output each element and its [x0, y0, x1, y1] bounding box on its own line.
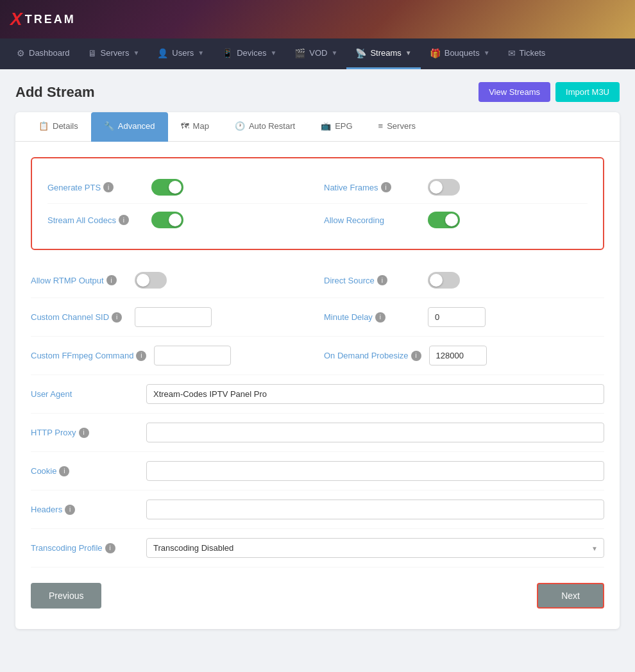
user-agent-input[interactable]: [146, 384, 604, 404]
custom-ffmpeg-group: Custom FFmpeg Command i: [31, 346, 311, 365]
logo-tream: TREAM: [25, 13, 76, 26]
headers-label: Headers i: [31, 505, 127, 515]
headers-row: Headers i: [31, 491, 604, 529]
top-banner: X TREAM: [0, 0, 635, 38]
minute-delay-group: Minute Delay i: [324, 307, 604, 327]
stream-all-codecs-label: Stream All Codecs i: [47, 215, 144, 225]
custom-ffmpeg-info-icon[interactable]: i: [136, 351, 146, 361]
minute-delay-input[interactable]: [428, 307, 486, 327]
user-agent-row: User Agent: [31, 375, 604, 414]
tab-map[interactable]: 🗺 Map: [168, 112, 222, 142]
tab-advanced[interactable]: 🔧 Advanced: [91, 112, 168, 142]
tab-bar: 📋 Details 🔧 Advanced 🗺 Map 🕐 Auto Restar…: [15, 112, 620, 142]
minute-delay-info-icon[interactable]: i: [375, 312, 385, 323]
details-tab-icon: 📋: [38, 121, 49, 131]
rtmp-direct-row: Allow RTMP Output i Direct Source i: [31, 263, 604, 298]
channel-sid-row: Custom Channel SID i Minute Delay i: [31, 298, 604, 337]
cookie-input[interactable]: [146, 461, 604, 481]
page-header: Add Stream View Streams Import M3U: [15, 82, 620, 102]
allow-rtmp-toggle[interactable]: [135, 272, 167, 289]
direct-source-slider: [428, 272, 460, 289]
native-frames-label: Native Frames i: [324, 182, 420, 192]
epg-tab-icon: 📺: [321, 121, 331, 131]
nav-vod[interactable]: 🎬 VOD ▼: [285, 38, 346, 69]
allow-rtmp-label: Allow RTMP Output i: [31, 275, 127, 285]
nav-dashboard[interactable]: ⚙ Dashboard: [8, 38, 79, 69]
footer-buttons: Previous Next: [31, 567, 604, 614]
http-proxy-label-group: HTTP Proxy i: [31, 428, 133, 438]
allow-recording-label: Allow Recording: [324, 215, 420, 225]
custom-channel-sid-label: Custom Channel SID i: [31, 312, 127, 323]
page-title: Add Stream: [15, 84, 94, 101]
tab-servers[interactable]: ≡ Servers: [366, 112, 428, 142]
devices-icon: 📱: [222, 48, 233, 58]
native-frames-info-icon[interactable]: i: [381, 182, 391, 192]
custom-ffmpeg-label: Custom FFmpeg Command i: [31, 351, 146, 361]
servers-tab-icon: ≡: [378, 121, 384, 131]
native-frames-slider: [428, 179, 460, 196]
direct-source-toggle[interactable]: [428, 272, 460, 289]
http-proxy-info-icon[interactable]: i: [79, 428, 89, 438]
allow-rtmp-info-icon[interactable]: i: [106, 275, 117, 285]
tab-epg[interactable]: 📺 EPG: [308, 112, 365, 142]
custom-channel-sid-info-icon[interactable]: i: [112, 312, 122, 323]
http-proxy-input[interactable]: [146, 423, 604, 442]
transcoding-profile-row: Transcoding Profile i Transcoding Disabl…: [31, 529, 604, 567]
allow-recording-group: Allow Recording: [324, 212, 588, 228]
transcoding-profile-info-icon[interactable]: i: [105, 543, 115, 553]
view-streams-button[interactable]: View Streams: [478, 82, 550, 102]
generate-pts-row: Generate PTS i Native Frames i: [47, 171, 588, 203]
on-demand-probesize-info-icon[interactable]: i: [411, 351, 421, 361]
custom-channel-sid-input[interactable]: [135, 307, 212, 327]
generate-pts-toggle[interactable]: [151, 179, 183, 196]
headers-info-icon[interactable]: i: [65, 505, 75, 515]
import-m3u-button[interactable]: Import M3U: [555, 82, 620, 102]
headers-input[interactable]: [146, 500, 604, 519]
nav-streams[interactable]: 📡 Streams ▼: [346, 38, 420, 69]
nav-tickets[interactable]: ✉ Tickets: [499, 38, 555, 69]
nav-devices[interactable]: 📱 Devices ▼: [213, 38, 285, 69]
stream-all-codecs-slider: [151, 212, 183, 228]
ffmpeg-probesize-row: Custom FFmpeg Command i On Demand Probes…: [31, 337, 604, 375]
header-buttons: View Streams Import M3U: [478, 82, 620, 102]
users-arrow-icon: ▼: [198, 49, 204, 56]
direct-source-info-icon[interactable]: i: [377, 275, 387, 285]
previous-button[interactable]: Previous: [31, 583, 101, 609]
allow-recording-toggle[interactable]: [428, 212, 460, 228]
transcoding-profile-select-wrap: Transcoding Disabled: [146, 538, 604, 558]
vod-icon: 🎬: [294, 48, 305, 58]
auto-restart-tab-icon: 🕐: [235, 121, 245, 131]
cookie-info-icon[interactable]: i: [59, 466, 69, 476]
tab-details[interactable]: 📋 Details: [26, 112, 91, 142]
generate-pts-info-icon[interactable]: i: [103, 182, 114, 192]
transcoding-profile-select[interactable]: Transcoding Disabled: [146, 538, 604, 558]
form-content: Generate PTS i Native Frames i: [15, 142, 620, 629]
http-proxy-label: HTTP Proxy i: [31, 428, 127, 438]
minute-delay-label: Minute Delay i: [324, 312, 420, 323]
native-frames-toggle[interactable]: [428, 179, 460, 196]
custom-channel-sid-group: Custom Channel SID i: [31, 307, 311, 327]
stream-all-codecs-row: Stream All Codecs i Allow Recording: [47, 203, 588, 236]
dashboard-icon: ⚙: [17, 48, 25, 58]
native-frames-group: Native Frames i: [324, 179, 588, 196]
advanced-tab-icon: 🔧: [104, 121, 114, 131]
stream-all-codecs-toggle[interactable]: [151, 212, 183, 228]
next-button[interactable]: Next: [537, 583, 604, 609]
generate-pts-group: Generate PTS i: [47, 179, 311, 196]
bouquets-arrow-icon: ▼: [484, 49, 490, 56]
nav-servers[interactable]: 🖥 Servers ▼: [79, 38, 149, 69]
http-proxy-row: HTTP Proxy i: [31, 414, 604, 452]
bouquets-icon: 🎁: [430, 48, 441, 58]
on-demand-probesize-group: On Demand Probesize i: [324, 346, 604, 365]
users-icon: 👤: [157, 48, 168, 58]
stream-all-codecs-info-icon[interactable]: i: [119, 215, 129, 225]
nav-bouquets[interactable]: 🎁 Bouquets ▼: [421, 38, 499, 69]
nav-users[interactable]: 👤 Users ▼: [148, 38, 213, 69]
page-content: Add Stream View Streams Import M3U 📋 Det…: [0, 69, 635, 642]
tab-auto-restart[interactable]: 🕐 Auto Restart: [222, 112, 308, 142]
on-demand-probesize-input[interactable]: [429, 346, 487, 365]
highlighted-section: Generate PTS i Native Frames i: [31, 157, 604, 250]
custom-ffmpeg-input[interactable]: [154, 346, 231, 365]
direct-source-label: Direct Source i: [324, 275, 420, 285]
generate-pts-slider: [151, 179, 183, 196]
